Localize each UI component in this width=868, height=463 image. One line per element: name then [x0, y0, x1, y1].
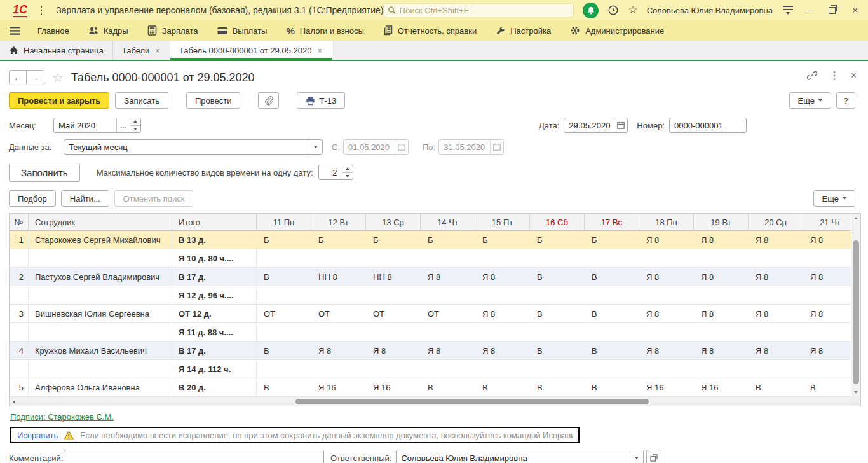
grid-header-cell[interactable]: Итого — [172, 214, 257, 231]
day-cell[interactable] — [639, 360, 694, 378]
day-cell[interactable] — [694, 360, 749, 378]
day-cell[interactable]: В — [530, 342, 585, 360]
day-cell[interactable]: Я 8 — [694, 342, 749, 360]
month-spinner[interactable] — [130, 118, 140, 132]
row-number-cell[interactable] — [10, 286, 29, 305]
vertical-scrollbar-thumb[interactable] — [853, 240, 859, 384]
day-cell[interactable]: Я 8 — [639, 231, 694, 249]
grid-header-cell[interactable]: 19 Вт — [694, 214, 749, 231]
day-cell[interactable]: Я 8 — [421, 342, 475, 360]
day-cell[interactable] — [257, 360, 311, 378]
grid-header-cell[interactable]: 16 Сб — [530, 214, 585, 231]
day-cell[interactable]: Я 8 — [803, 305, 852, 323]
grid-row[interactable]: Я 11 д. 88 ч.... — [10, 323, 852, 342]
day-cell[interactable]: ОТ — [421, 305, 475, 323]
day-cell[interactable]: Я 8 — [475, 305, 530, 323]
day-cell[interactable]: ОТ — [257, 305, 311, 323]
favorites-icon[interactable]: ☆ — [628, 4, 637, 17]
day-cell[interactable]: Я 16 — [694, 378, 749, 397]
horizontal-scrollbar[interactable] — [10, 397, 851, 406]
grid-row[interactable]: Я 10 д. 80 ч.... — [10, 249, 852, 268]
grid-header-cell[interactable]: 20 Ср — [749, 214, 803, 231]
grid-more-button[interactable]: Еще — [813, 190, 855, 207]
day-cell[interactable] — [585, 360, 639, 378]
grid-header-cell[interactable]: 17 Вс — [585, 214, 639, 231]
day-cell[interactable] — [639, 323, 694, 342]
day-cell[interactable] — [366, 360, 421, 378]
grid-header-cell[interactable]: 12 Вт — [311, 214, 366, 231]
row-number-cell[interactable]: 3 — [10, 305, 29, 323]
day-cell[interactable]: В — [530, 305, 585, 323]
fill-button[interactable]: Заполнить — [9, 163, 80, 182]
day-cell[interactable]: В — [421, 378, 475, 397]
service-menu-icon[interactable] — [782, 4, 794, 16]
day-cell[interactable] — [311, 286, 366, 305]
section-taxes[interactable]: % Налоги и взносы — [276, 20, 373, 41]
signatures-link[interactable]: Подписи: Старокожев С.М. — [10, 412, 114, 422]
row-number-cell[interactable] — [10, 360, 29, 378]
row-number-cell[interactable]: 1 — [10, 231, 29, 249]
tab-timesheet-document[interactable]: Табель 0000-000001 от 29.05.2020 × — [170, 41, 332, 60]
day-cell[interactable]: НН 8 — [366, 268, 421, 286]
day-cell[interactable]: В — [585, 268, 639, 286]
grid-header-cell[interactable]: 15 Пт — [475, 214, 530, 231]
day-cell[interactable] — [585, 249, 639, 268]
day-cell[interactable] — [311, 323, 366, 342]
vertical-scrollbar[interactable] — [851, 214, 860, 397]
total-cell[interactable]: В 20 д. — [172, 378, 257, 397]
day-cell[interactable]: В — [257, 342, 311, 360]
chevron-down-icon[interactable] — [309, 140, 322, 154]
employee-cell[interactable]: Пастухов Сергей Владимирович — [29, 268, 172, 286]
day-cell[interactable] — [803, 360, 852, 378]
grid-header-cell[interactable]: 14 Чт — [421, 214, 475, 231]
section-main[interactable]: Главное — [28, 20, 79, 41]
day-cell[interactable] — [530, 323, 585, 342]
employee-cell[interactable]: Алфёрова Ольга Ивановна — [29, 378, 172, 397]
employee-cell[interactable] — [29, 249, 172, 268]
employee-cell[interactable] — [29, 323, 172, 342]
day-cell[interactable] — [475, 323, 530, 342]
grid-row[interactable]: 5Алфёрова Ольга ИвановнаВ 20 д.ВЯ 16Я 16… — [10, 378, 852, 397]
day-cell[interactable]: Б — [421, 231, 475, 249]
grid-header-cell[interactable]: 21 Чт — [803, 214, 852, 231]
day-cell[interactable]: Б — [530, 231, 585, 249]
employee-cell[interactable] — [29, 286, 172, 305]
get-link-icon[interactable] — [806, 71, 818, 81]
main-menu-icon[interactable] — [41, 6, 42, 15]
day-cell[interactable] — [475, 286, 530, 305]
day-cell[interactable]: Я 16 — [311, 378, 366, 397]
day-cell[interactable] — [749, 360, 803, 378]
day-cell[interactable]: Я 8 — [639, 342, 694, 360]
day-cell[interactable]: В — [257, 268, 311, 286]
form-more-button[interactable]: Еще — [789, 92, 831, 109]
day-cell[interactable]: Я 8 — [639, 305, 694, 323]
day-cell[interactable]: В — [585, 305, 639, 323]
total-cell[interactable]: Я 12 д. 96 ч.... — [172, 286, 257, 305]
grid-row[interactable]: Я 14 д. 112 ч. — [10, 360, 852, 378]
fix-link[interactable]: Исправить — [17, 431, 58, 440]
grid-row[interactable]: Я 12 д. 96 ч.... — [10, 286, 852, 305]
day-cell[interactable]: Я 8 — [803, 342, 852, 360]
day-cell[interactable] — [421, 286, 475, 305]
day-cell[interactable]: В — [749, 378, 803, 397]
search-input[interactable] — [400, 6, 570, 15]
day-cell[interactable] — [803, 286, 852, 305]
day-cell[interactable]: Я 8 — [475, 342, 530, 360]
grid-header-cell[interactable]: Сотрудник — [29, 214, 172, 231]
day-cell[interactable]: Я 8 — [803, 231, 852, 249]
day-cell[interactable]: Я 8 — [366, 342, 421, 360]
data-for-select[interactable]: Текущий месяц — [64, 139, 323, 155]
day-cell[interactable]: Я 8 — [749, 342, 803, 360]
total-cell[interactable]: В 13 д. — [172, 231, 257, 249]
date-input[interactable]: 29.05.2020 — [564, 118, 628, 133]
total-cell[interactable]: Я 10 д. 80 ч.... — [172, 249, 257, 268]
day-cell[interactable] — [311, 360, 366, 378]
day-cell[interactable] — [694, 249, 749, 268]
day-cell[interactable]: Б — [475, 231, 530, 249]
add-to-favorites-star-icon[interactable]: ☆ — [52, 71, 64, 84]
day-cell[interactable]: В — [585, 342, 639, 360]
print-t13-button[interactable]: Т-13 — [297, 92, 345, 109]
day-cell[interactable]: В — [257, 378, 311, 397]
close-tab-icon[interactable]: × — [316, 46, 323, 55]
day-cell[interactable] — [421, 360, 475, 378]
